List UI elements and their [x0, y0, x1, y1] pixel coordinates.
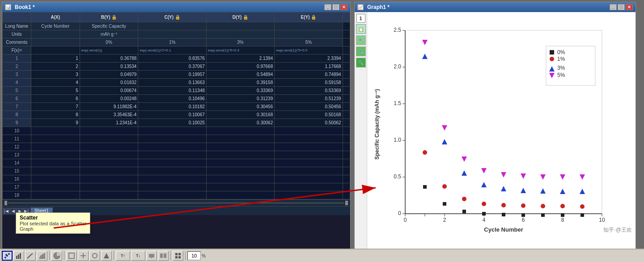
cell-d-comments[interactable]: 3% [206, 38, 274, 46]
cell-a-comments[interactable] [31, 38, 80, 46]
table-row[interactable]: 2 2 0.13534 0.37067 0.97668 1.17668 [3, 63, 350, 71]
graph-tool-pointer[interactable]: 📋 [356, 24, 366, 34]
bar-chart-button[interactable] [13, 251, 24, 261]
toolbar-btn-9[interactable] [173, 251, 183, 261]
toolbar-btn-7[interactable] [146, 251, 157, 261]
col-header-c[interactable]: C(Y) 🔒 [138, 13, 206, 22]
point-s1-1 [423, 150, 427, 155]
svg-text:1.5: 1.5 [394, 100, 401, 106]
table-row[interactable]: 11 [3, 135, 350, 143]
svg-rect-55 [149, 254, 154, 258]
col-header-a[interactable]: A(X) [31, 13, 80, 22]
table-row[interactable]: 5 5 0.00674 0.11348 0.33369 0.53369 [3, 87, 350, 95]
graph-minimize-btn[interactable]: _ [610, 4, 617, 10]
close-btn[interactable]: ✕ [340, 4, 347, 10]
cell-b-longname[interactable]: Specific Capacity [80, 22, 138, 30]
table-row[interactable]: 6 6 0.00248 0.10496 0.31239 0.51239 [3, 95, 350, 103]
cell-a-fx[interactable] [31, 46, 80, 55]
toolbar-btn-2[interactable] [78, 251, 89, 261]
icon-9 [174, 252, 182, 259]
table-row[interactable]: 18 [3, 191, 350, 199]
tab-first-btn[interactable]: |◀ [3, 208, 9, 214]
icon-8 [160, 252, 167, 259]
book-window: 📊 Book1 * _ □ ✕ A(X) B(Y) 🔒 C(Y) 🔒 [2, 2, 351, 249]
table-row[interactable]: 10 [3, 127, 350, 135]
graph-tool-pan[interactable]: 🔧 [356, 46, 366, 56]
zoom-input[interactable] [187, 251, 201, 260]
toolbar-separator-2 [64, 251, 64, 260]
toolbar-btn-4[interactable] [101, 251, 112, 261]
col-header-b[interactable]: B(Y) 🔒 [80, 13, 138, 22]
zoom-label: % [202, 254, 206, 258]
table-row[interactable]: 14 [3, 159, 350, 167]
col-header-d[interactable]: D(Y) 🔒 [206, 13, 274, 22]
point-s0-1 [423, 185, 427, 189]
toolbar-btn-6[interactable]: T↓ [131, 251, 145, 261]
svg-rect-60 [178, 253, 181, 255]
table-row[interactable]: 15 [3, 167, 350, 175]
table-row[interactable]: 4 4 0.01832 0.13663 0.39158 0.59158 [3, 79, 350, 87]
graph-title: Graph1 * [367, 4, 390, 10]
cell-e-units[interactable] [275, 30, 343, 38]
graph-close-btn[interactable]: ✕ [626, 4, 633, 10]
svg-marker-48 [39, 253, 45, 259]
toolbar-btn-1[interactable] [66, 251, 77, 261]
maximize-btn[interactable]: □ [332, 4, 339, 10]
icon-4 [103, 252, 110, 259]
graph-window-controls: _ □ ✕ [610, 4, 633, 10]
table-row[interactable]: 17 [3, 183, 350, 191]
cell-c-comments[interactable]: 1% [138, 38, 206, 46]
svg-text:1%: 1% [557, 56, 565, 62]
minimize-btn[interactable]: _ [324, 4, 331, 10]
table-row[interactable]: 16 [3, 175, 350, 183]
pie-chart-button[interactable] [51, 251, 62, 261]
table-row[interactable]: 7 7 9.11882E-4 0.10182 0.30456 0.50456 [3, 103, 350, 111]
horizontal-scrollbar[interactable] [2, 199, 350, 206]
graph-tool-annotate[interactable]: 🔧 [356, 58, 366, 68]
col-header-e[interactable]: E(Y) 🔒 [275, 13, 343, 22]
cell-b-comments[interactable]: 0% [80, 38, 138, 46]
graph-toolbar: 1 📋 🔧 🔧 🔧 [355, 12, 367, 249]
area-chart-button[interactable] [37, 251, 47, 261]
cell-a-longname[interactable]: Cycle Number [31, 22, 80, 30]
cell-e-fx[interactable]: exp(-wcol(1))*5+0.5 [275, 46, 343, 55]
cell-e-comments[interactable]: 5% [275, 38, 343, 46]
svg-rect-47 [20, 253, 21, 259]
table-row[interactable]: 1 1 0.36788 0.83576 2.1394 2.3394 [3, 55, 350, 63]
tab-prev-btn[interactable]: ◀ [10, 208, 16, 214]
cell-c-fx[interactable]: exp(-wcol(1))*2+0.1 [138, 46, 206, 55]
cell-c-units[interactable] [138, 30, 206, 38]
table-row[interactable]: 3 3 0.04979 0.19957 0.54894 0.74894 [3, 71, 350, 79]
point-s0-3 [462, 210, 466, 213]
cell-d-units[interactable] [206, 30, 274, 38]
cell-b-units[interactable]: mAh g⁻¹ [80, 30, 138, 38]
cell-b-fx[interactable]: exp(-wcol(1)) [80, 46, 138, 55]
svg-rect-59 [175, 253, 178, 255]
svg-text:10: 10 [599, 217, 605, 223]
row-comments-label: Comments [3, 38, 31, 46]
svg-rect-33 [550, 50, 554, 55]
table-row[interactable]: 13 [3, 151, 350, 159]
toolbar-separator-1 [49, 251, 50, 260]
cell-a-units[interactable] [31, 30, 80, 38]
toolbar-btn-8[interactable] [158, 251, 169, 261]
table-row[interactable]: 12 [3, 143, 350, 151]
cell-e-longname[interactable] [275, 22, 343, 30]
scatter-plot-button[interactable] [2, 251, 13, 261]
graph-maximize-btn[interactable]: □ [618, 4, 625, 10]
svg-point-41 [4, 257, 6, 258]
toolbar-btn-5[interactable]: T↑ [116, 251, 130, 261]
graph-titlebar: 📈 Graph1 * _ □ ✕ [355, 2, 636, 12]
cell-c-longname[interactable] [138, 22, 206, 30]
cell-d-fx[interactable]: exp(-wcol(1))*5+0.3 [206, 46, 274, 55]
line-chart-button[interactable] [25, 251, 36, 261]
toolbar-btn-3[interactable] [89, 251, 100, 261]
icon-2 [80, 252, 87, 259]
graph-tool-zoom[interactable]: 🔧 [356, 35, 366, 45]
cell-d-longname[interactable] [206, 22, 274, 30]
graph-icon: 📈 [357, 4, 364, 10]
table-row[interactable]: 8 8 3.35463E-4 0.10067 0.30168 0.50168 [3, 111, 350, 119]
svg-text:Specific Capacity (mAh g⁻¹): Specific Capacity (mAh g⁻¹) [374, 89, 380, 160]
table-row[interactable]: 9 9 1.2341E-4 0.10025 0.30062 0.50062 [3, 119, 350, 127]
point-s1-5 [501, 203, 506, 207]
